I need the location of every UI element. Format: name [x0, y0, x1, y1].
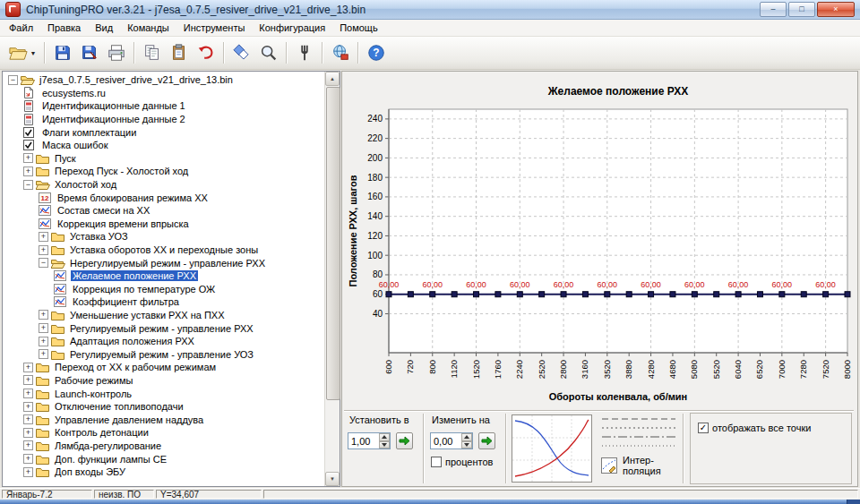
tree-item[interactable]: +Отключение топливоподачи [3, 400, 324, 414]
undo-button[interactable] [193, 39, 219, 66]
checkbox-box[interactable]: ✓ [698, 423, 709, 433]
change-by-input[interactable]: 0,00 [430, 432, 473, 449]
close-button[interactable]: × [817, 2, 855, 17]
print-button[interactable] [103, 39, 130, 66]
tree-item[interactable]: +Управление давлением наддува [3, 413, 324, 426]
connection-button[interactable] [327, 39, 354, 66]
spin-up-button[interactable] [379, 433, 390, 441]
tree-item[interactable]: +Launch-контроль [3, 387, 324, 400]
folder-closed-icon [36, 466, 50, 477]
spin-down-button[interactable] [461, 441, 472, 449]
tree-item[interactable]: Состав смеси на ХХ [3, 204, 324, 218]
expand-toggle[interactable]: + [23, 467, 33, 477]
tree-item[interactable]: +Адаптация положения РХХ [3, 335, 324, 348]
expand-toggle[interactable]: + [23, 363, 33, 372]
spin-up-button[interactable] [461, 433, 472, 441]
expand-toggle[interactable]: + [39, 349, 48, 359]
tree-scrollbar[interactable]: ▲ ▼ [324, 72, 340, 486]
tools-button[interactable] [291, 39, 318, 66]
help-button[interactable]: ? [363, 39, 390, 66]
expand-toggle[interactable]: + [23, 153, 33, 163]
apply-set-button[interactable] [396, 432, 413, 449]
save-as-button[interactable] [76, 39, 103, 66]
tree-item[interactable]: −j7esa_0.7.5_resiver_drive_v21_drive_13.… [3, 73, 324, 87]
tree-item[interactable]: +Переход от ХХ к рабочим режимам [3, 361, 324, 374]
change-by-label: Изменить на [432, 414, 490, 425]
menu-configuration[interactable]: Конфигурация [252, 21, 332, 35]
scroll-down-button[interactable]: ▼ [325, 472, 340, 486]
set-to-value[interactable]: 1,00 [348, 433, 379, 448]
expand-toggle[interactable]: + [39, 245, 48, 255]
tree-item[interactable]: Желаемое положение РХХ [3, 269, 324, 283]
expand-toggle[interactable]: + [23, 389, 33, 398]
scrollbar-thumb[interactable] [326, 87, 340, 400]
tree-item[interactable]: +Лямбда-регулирование [3, 440, 324, 453]
expand-toggle[interactable]: + [23, 167, 33, 176]
expand-toggle[interactable]: + [23, 428, 33, 438]
collapse-toggle[interactable]: − [23, 180, 33, 190]
tree-item[interactable]: +Регулируемый режим - управление УОЗ [3, 347, 324, 361]
save-button[interactable] [49, 39, 76, 66]
title-bar[interactable]: ChipTuningPRO ver.3.21 - j7esa_0.7.5_res… [0, 0, 860, 20]
expand-toggle[interactable]: + [23, 440, 33, 450]
interpolation-button[interactable]: Интер- поляция [601, 455, 661, 476]
maximize-button[interactable]: □ [788, 2, 815, 17]
scroll-up-button[interactable]: ▲ [325, 72, 340, 86]
expand-toggle[interactable]: + [23, 375, 33, 385]
tree-item[interactable]: Флаги комплектации [3, 125, 324, 139]
compare-button[interactable] [228, 39, 255, 66]
show-all-points-checkbox[interactable]: ✓ отображать все точки [698, 423, 851, 433]
tree-item[interactable]: +Рабочие режимы [3, 374, 324, 388]
toolbar-separator [322, 42, 323, 64]
tree-item[interactable]: 12Время блокирования режима ХХ [3, 191, 324, 204]
minimize-button[interactable]: – [760, 2, 787, 17]
set-to-input[interactable]: 1,00 [348, 432, 391, 449]
expand-toggle[interactable]: + [23, 402, 33, 412]
show-desktop-button[interactable] [847, 500, 860, 504]
tree-item[interactable]: +Доп. функции лампы CE [3, 452, 324, 466]
collapse-toggle[interactable]: − [8, 75, 18, 85]
menu-view[interactable]: Вид [88, 21, 120, 35]
expand-toggle[interactable]: + [39, 323, 48, 333]
zoom-button[interactable] [255, 39, 282, 66]
menu-file[interactable]: Файл [2, 21, 40, 35]
tree-item[interactable]: +Пуск [3, 152, 324, 166]
tree-item[interactable]: Маска ошибок [3, 139, 324, 152]
expand-toggle[interactable]: + [39, 337, 48, 346]
menu-tools[interactable]: Инструменты [176, 21, 253, 35]
tree-item[interactable]: +Переход Пуск - Холостой ход [3, 165, 324, 178]
tree-item[interactable]: Коэффициент фильтра [3, 295, 324, 309]
tree-item[interactable]: −Нерегулируемый режим - управление РХХ [3, 256, 324, 269]
tree-item[interactable]: Коррекция времени впрыска [3, 218, 324, 231]
tree-item[interactable]: Идентификационные данные 1 [3, 99, 324, 113]
expand-toggle[interactable]: + [39, 310, 48, 320]
collapse-toggle[interactable]: − [39, 258, 48, 268]
tree-item[interactable]: +Уставка УОЗ [3, 230, 324, 243]
chart-area[interactable]: 4060801001201401601802002202406007208001… [344, 73, 857, 408]
tree-item[interactable]: Идентификационные данные 2 [3, 113, 324, 126]
expand-toggle[interactable]: + [39, 232, 48, 242]
expand-toggle[interactable]: + [23, 454, 33, 464]
menu-edit[interactable]: Правка [40, 21, 88, 35]
tree-item[interactable]: Коррекция по температуре ОЖ [3, 283, 324, 296]
open-button[interactable]: ▼ [4, 39, 40, 66]
tree-item[interactable]: +Уменьшение уставки РХХ на ПХХ [3, 309, 324, 322]
tree-item-label: Переход Пуск - Холостой ход [53, 166, 190, 176]
document-icon [23, 87, 38, 98]
menu-help[interactable]: Помощь [332, 21, 385, 35]
apply-change-button[interactable] [478, 432, 495, 449]
expand-toggle[interactable]: + [23, 414, 33, 424]
change-by-value[interactable]: 0,00 [431, 433, 461, 448]
menu-commands[interactable]: Команды [120, 21, 176, 35]
tree-item[interactable]: ecusystems.ru [3, 87, 324, 100]
tree-item[interactable]: −Холостой ход [3, 178, 324, 192]
tree-item[interactable]: +Уставка оборотов ХХ и переходные зоны [3, 243, 324, 257]
tree-item[interactable]: +Регулируемый режим - управление РХХ [3, 321, 324, 335]
checkbox-box[interactable] [431, 457, 442, 467]
tree-item[interactable]: +Контроль детонации [3, 426, 324, 440]
copy-button[interactable] [139, 39, 166, 66]
paste-button[interactable] [166, 39, 193, 66]
tree-item[interactable]: +Доп входы ЭБУ [3, 466, 324, 479]
spin-down-button[interactable] [379, 441, 390, 449]
percent-checkbox[interactable]: процентов [431, 457, 493, 467]
